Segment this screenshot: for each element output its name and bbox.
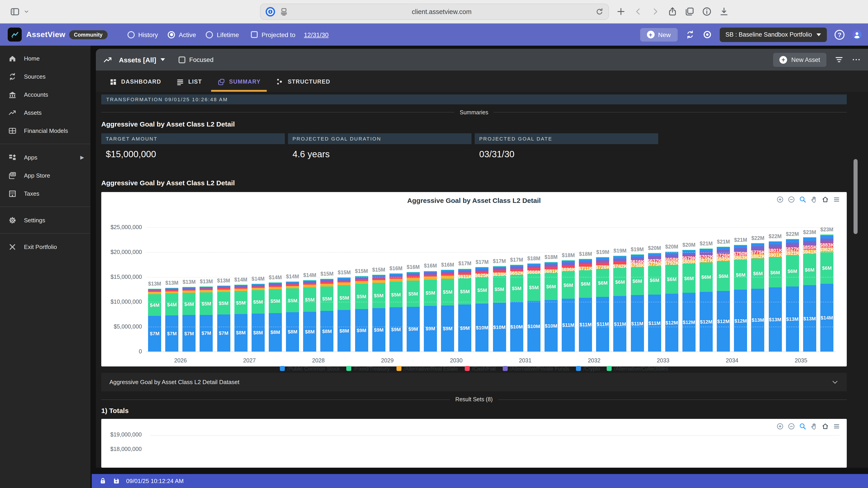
bar-segment[interactable] [200, 287, 213, 287]
bar-segment[interactable] [217, 289, 230, 292]
bar-segment[interactable] [510, 267, 523, 269]
bar-segment[interactable] [320, 279, 334, 279]
bar-segment[interactable]: $10M [475, 304, 489, 351]
bar-segment[interactable] [372, 278, 385, 280]
bar-segment[interactable]: $12M [734, 290, 747, 352]
bar-segment[interactable]: $5M [303, 287, 316, 312]
bar-segment[interactable] [493, 266, 506, 268]
reset-home-icon[interactable] [822, 422, 829, 430]
bar-segment[interactable]: $679K [682, 256, 695, 260]
chevron-down-icon[interactable] [24, 8, 29, 14]
bar-segment[interactable]: $10M [527, 301, 540, 352]
bar-group[interactable]: $8M$5M$14M [301, 227, 318, 352]
bar-segment[interactable]: $5M [269, 289, 282, 313]
bar-segment[interactable]: $711K [579, 267, 592, 270]
tab-structured[interactable]: STRUCTURED [270, 72, 337, 92]
bar-group[interactable]: $9M$5M$15M [353, 227, 370, 352]
bar-group[interactable]: $11M$6M$711K$18M [577, 227, 594, 352]
bar-segment[interactable]: $726K [596, 265, 610, 269]
bar-segment[interactable] [355, 279, 368, 281]
bar-segment[interactable] [596, 260, 610, 263]
bar-segment[interactable] [234, 286, 247, 287]
bar-segment[interactable] [562, 260, 575, 260]
bar-segment[interactable]: $652K [510, 271, 523, 275]
bar-segment[interactable]: $702K [700, 255, 713, 258]
sidebar-toggle-icon[interactable] [10, 6, 20, 17]
bar-segment[interactable]: $12M [682, 293, 695, 352]
bar-segment[interactable]: $6M [734, 260, 747, 290]
stacked-bar[interactable]: $7M$5M [200, 286, 213, 351]
bar-segment[interactable]: $726K [717, 253, 730, 257]
bar-segment[interactable] [424, 271, 437, 272]
bar-group[interactable]: $11M$6M$758K$616K$19M [629, 227, 646, 352]
bar-segment[interactable] [631, 255, 644, 257]
stacked-bar[interactable]: $12M$6M$809K$679K [682, 250, 695, 351]
bar-segment[interactable] [493, 268, 506, 270]
chevron-down-icon[interactable] [160, 58, 165, 61]
bar-segment[interactable] [355, 278, 368, 279]
bar-group[interactable]: $9M$5M$611K$17M [456, 227, 473, 352]
bar-segment[interactable]: $8M [269, 313, 282, 351]
bar-segment[interactable] [269, 284, 282, 286]
pan-icon[interactable] [810, 196, 818, 203]
bar-segment[interactable] [234, 289, 247, 291]
bar-segment[interactable]: $6M [665, 265, 678, 294]
reader-icon[interactable] [279, 7, 288, 16]
bar-group[interactable]: $10M$5M$625K$17M [473, 227, 491, 352]
bar-segment[interactable]: $5M [441, 279, 454, 305]
stacked-bar[interactable]: $13M$6M$901K$801K [769, 241, 782, 351]
bar-segment[interactable] [303, 283, 316, 285]
stacked-bar[interactable]: $8M$5M [252, 284, 265, 352]
bar-segment[interactable] [527, 263, 540, 264]
bar-segment[interactable] [424, 275, 437, 277]
bar-segment[interactable]: $9M [441, 305, 454, 351]
bar-segment[interactable]: $5M [338, 285, 351, 310]
stacked-bar[interactable]: $8M$5M [269, 283, 282, 352]
stacked-bar[interactable]: $10M$5M$666K [527, 263, 540, 352]
bar-segment[interactable]: $13M [786, 287, 799, 352]
stacked-bar[interactable]: $11M$6M$726K [596, 257, 610, 352]
bar-segment[interactable] [165, 288, 178, 289]
bar-group[interactable]: $10M$5M$666K$18M [525, 227, 542, 352]
bar-segment[interactable] [148, 289, 161, 290]
bar-segment[interactable] [734, 246, 747, 248]
share-icon[interactable] [667, 6, 678, 17]
bar-segment[interactable]: $742K [614, 264, 627, 268]
bar-segment[interactable] [200, 289, 213, 290]
bar-segment[interactable] [786, 239, 799, 240]
bar-group[interactable]: $7M$5M$13M [215, 227, 232, 352]
app-logo[interactable] [8, 28, 22, 41]
bar-segment[interactable] [148, 290, 161, 291]
legend-item[interactable]: /Alternative/Real Estate [397, 366, 458, 371]
bar-segment[interactable] [648, 254, 661, 256]
stacked-bar[interactable]: $12M$6M$863K$750K [734, 245, 747, 352]
bar-segment[interactable] [424, 273, 437, 275]
bar-segment[interactable] [803, 238, 816, 241]
bar-segment[interactable]: $9M [390, 307, 403, 352]
bar-segment[interactable]: $6M [614, 268, 627, 296]
bar-segment[interactable]: $9M [355, 309, 368, 351]
bar-segment[interactable] [682, 250, 695, 253]
bar-segment[interactable] [545, 264, 558, 267]
selection-zoom-icon[interactable] [799, 422, 807, 430]
bar-segment[interactable] [165, 290, 178, 291]
stacked-bar[interactable]: $7M$4M [183, 287, 196, 352]
bar-segment[interactable] [648, 253, 661, 254]
bar-segment[interactable] [286, 284, 299, 286]
bar-segment[interactable]: $883K [820, 243, 833, 247]
bar-group[interactable]: $7M$4M$13M [163, 227, 180, 352]
bar-segment[interactable]: $7M [148, 316, 161, 351]
bar-segment[interactable] [562, 263, 575, 265]
bar-segment[interactable]: $13M [803, 285, 816, 352]
bar-segment[interactable] [303, 281, 316, 282]
bar-segment[interactable] [200, 286, 213, 287]
info-icon[interactable] [702, 6, 712, 17]
bar-segment[interactable]: $6M [786, 256, 799, 287]
bar-segment[interactable] [803, 237, 816, 237]
bar-group[interactable]: $8M$5M$14M [284, 227, 301, 352]
bar-segment[interactable]: $6M [596, 269, 610, 297]
tabs-icon[interactable] [684, 6, 695, 17]
bar-segment[interactable]: $5M [390, 282, 403, 307]
sync-icon[interactable] [685, 30, 694, 39]
bar-group[interactable]: $9M$5M$16M [405, 227, 422, 352]
